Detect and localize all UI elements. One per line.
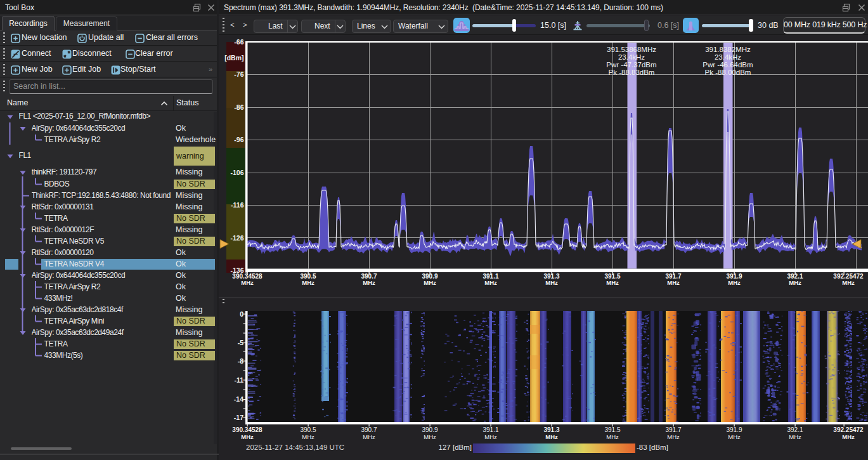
svg-text:390.34528: 390.34528 [232, 273, 262, 280]
svg-text:0: 0 [240, 310, 243, 318]
svg-text:390.9: 390.9 [422, 426, 437, 433]
svg-text:390.9: 390.9 [422, 273, 437, 280]
svg-text:392.25472: 392.25472 [833, 273, 864, 280]
svg-text:[dBm]: [dBm] [224, 54, 243, 62]
svg-text:MHz: MHz [728, 279, 741, 286]
svg-text:MHz: MHz [484, 279, 497, 286]
svg-text:MHz: MHz [606, 433, 619, 440]
svg-text:-66: -66 [234, 38, 243, 46]
svg-text:MHz: MHz [363, 433, 375, 440]
svg-text:391.1: 391.1 [483, 273, 498, 280]
svg-text:392.25472: 392.25472 [833, 426, 864, 433]
svg-text:MHz: MHz [363, 279, 375, 286]
svg-text:Pk -88.00dBm: Pk -88.00dBm [705, 69, 751, 76]
svg-text:-76: -76 [234, 70, 243, 78]
svg-text:MHz: MHz [302, 433, 314, 440]
svg-text:Pwr -47.37dBm: Pwr -47.37dBm [606, 61, 656, 69]
svg-text:390.7: 390.7 [361, 426, 377, 433]
svg-text:MHz: MHz [667, 433, 680, 440]
svg-text:MHz: MHz [842, 279, 855, 286]
svg-text:MHz: MHz [667, 279, 680, 286]
svg-text:391.3: 391.3 [543, 273, 559, 280]
svg-text:MHz: MHz [484, 433, 497, 440]
svg-text:-96: -96 [234, 136, 243, 143]
svg-text:-11: -11 [234, 376, 243, 384]
svg-text:MHz: MHz [545, 433, 558, 440]
svg-text:MHz: MHz [842, 433, 855, 440]
svg-text:392.1: 392.1 [787, 426, 803, 433]
svg-text:391.7: 391.7 [665, 273, 681, 280]
svg-text:-116: -116 [231, 201, 244, 209]
svg-text:392.1: 392.1 [787, 273, 803, 280]
svg-text:MHz: MHz [545, 279, 558, 286]
svg-text:391.53868MHz: 391.53868MHz [607, 46, 656, 53]
svg-text:MHz: MHz [789, 279, 801, 286]
svg-text:391.7: 391.7 [665, 426, 681, 433]
svg-text:Pwr -46.64dBm: Pwr -46.64dBm [703, 61, 753, 69]
svg-text:-8: -8 [238, 357, 243, 365]
svg-text:391.5: 391.5 [604, 273, 620, 280]
svg-text:-126: -126 [230, 234, 243, 242]
svg-text:MHz: MHz [606, 279, 619, 286]
svg-text:391.9: 391.9 [726, 273, 742, 280]
svg-text:MHz: MHz [302, 279, 314, 286]
svg-text:391.5: 391.5 [604, 426, 620, 433]
svg-text:-14: -14 [234, 395, 243, 403]
svg-text:391.1: 391.1 [483, 426, 498, 433]
svg-text:390.5: 390.5 [300, 273, 316, 280]
svg-text:-106: -106 [230, 169, 243, 176]
svg-text:-5: -5 [238, 339, 243, 346]
svg-text:390.34528: 390.34528 [232, 426, 262, 433]
svg-text:-17: -17 [234, 414, 243, 421]
svg-text:391.8382MHz: 391.8382MHz [705, 46, 751, 53]
svg-text:MHz: MHz [241, 279, 254, 286]
svg-text:MHz: MHz [424, 433, 436, 440]
svg-text:MHz: MHz [424, 279, 436, 286]
svg-text:MHz: MHz [241, 433, 254, 440]
svg-text:23.4kHz: 23.4kHz [715, 53, 741, 61]
svg-text:23.4kHz: 23.4kHz [618, 53, 645, 61]
svg-text:MHz: MHz [728, 433, 741, 440]
svg-text:Pk -88.83dBm: Pk -88.83dBm [609, 69, 655, 76]
svg-text:390.5: 390.5 [300, 426, 316, 433]
svg-text:391.9: 391.9 [726, 426, 742, 433]
svg-text:390.7: 390.7 [361, 273, 377, 280]
svg-text:-86: -86 [234, 103, 243, 111]
svg-text:391.3: 391.3 [543, 426, 559, 433]
svg-text:MHz: MHz [789, 433, 801, 440]
